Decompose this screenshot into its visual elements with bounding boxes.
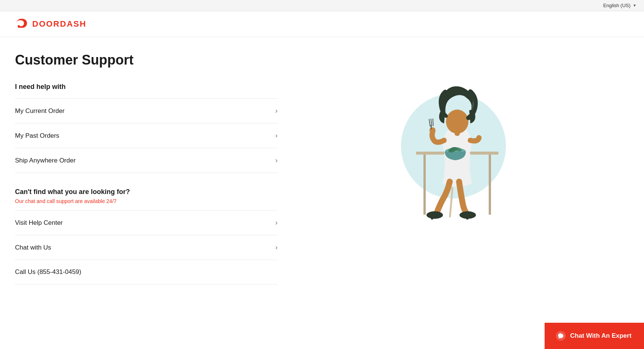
svg-line-11	[431, 119, 432, 126]
svg-point-0	[18, 25, 20, 27]
help-menu-list: My Current Order › My Past Orders › Ship…	[15, 98, 278, 173]
menu-item-current-order-label: My Current Order	[15, 107, 65, 115]
page-title: Customer Support	[15, 52, 278, 68]
menu-item-current-order[interactable]: My Current Order ›	[15, 99, 278, 123]
svg-rect-3	[489, 155, 491, 215]
menu-item-chat-with-us-label: Chat with Us	[15, 244, 51, 251]
logo-container: DOORDASH	[15, 18, 629, 30]
menu-item-help-center[interactable]: Visit Help Center ›	[15, 211, 278, 235]
help-section-heading: I need help with	[15, 83, 278, 91]
svg-line-10	[429, 119, 430, 126]
top-bar: English (US) ▼	[0, 0, 644, 11]
chat-expert-label: Chat With An Expert	[570, 332, 632, 340]
svg-rect-20	[431, 214, 433, 220]
support-list: Visit Help Center › Chat with Us › Call …	[15, 210, 278, 284]
chat-expert-button[interactable]: Chat With An Expert	[545, 323, 644, 349]
language-selector[interactable]: English (US) ▼	[603, 3, 636, 8]
menu-item-call-us-label: Call Us (855-431-0459)	[15, 268, 81, 276]
menu-item-call-us[interactable]: Call Us (855-431-0459)	[15, 260, 278, 284]
svg-rect-2	[423, 155, 426, 215]
menu-item-ship-anywhere-label: Ship Anywhere Order	[15, 157, 76, 164]
cant-find-subtitle: Our chat and call support are available …	[15, 198, 278, 204]
chevron-down-icon: ▼	[633, 3, 636, 8]
svg-point-18	[426, 211, 443, 219]
svg-line-13	[431, 125, 431, 129]
menu-item-ship-anywhere[interactable]: Ship Anywhere Order ›	[15, 148, 278, 173]
illustration-figure	[393, 75, 521, 232]
svg-line-12	[433, 119, 433, 126]
language-label: English (US)	[603, 3, 630, 8]
left-panel: Customer Support I need help with My Cur…	[15, 52, 278, 284]
logo-text: DOORDASH	[32, 19, 86, 29]
menu-item-help-center-label: Visit Help Center	[15, 219, 63, 227]
header: DOORDASH	[0, 11, 644, 37]
right-panel	[278, 52, 629, 284]
menu-item-chat-with-us[interactable]: Chat with Us ›	[15, 235, 278, 260]
menu-item-past-orders[interactable]: My Past Orders ›	[15, 123, 278, 148]
cant-find-title: Can't find what you are looking for?	[15, 188, 278, 196]
svg-rect-21	[466, 214, 468, 220]
svg-point-9	[429, 127, 435, 133]
menu-item-past-orders-label: My Past Orders	[15, 132, 59, 140]
illustration	[378, 75, 528, 232]
main-content: Customer Support I need help with My Cur…	[0, 37, 644, 299]
cant-find-section: Can't find what you are looking for? Our…	[15, 188, 278, 204]
doordash-logo-icon	[15, 18, 29, 30]
svg-point-8	[446, 110, 468, 134]
chat-bubble-icon	[556, 331, 566, 341]
